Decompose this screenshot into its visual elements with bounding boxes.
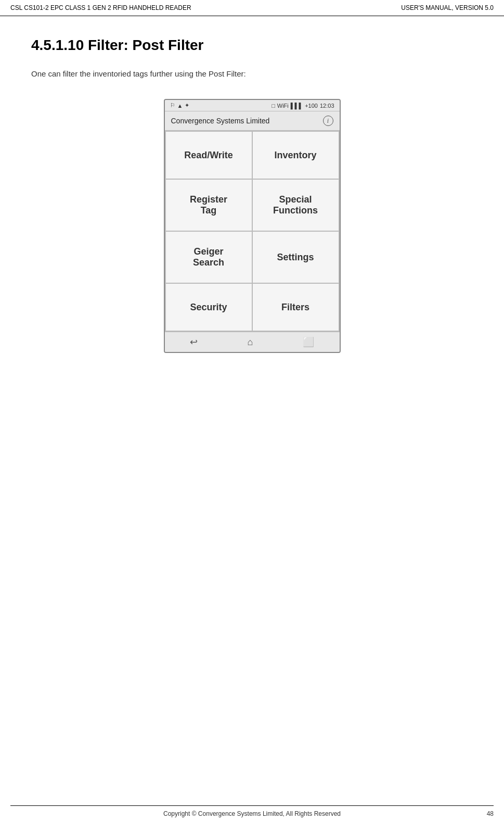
- section-description: One can filter the inventoried tags furt…: [31, 69, 473, 78]
- footer-page-number: 48: [487, 810, 494, 817]
- header-right: USER'S MANUAL, VERSION 5.0: [401, 4, 494, 11]
- status-right-icons: □ WiFi ▌▌▌ +100 12:03: [272, 103, 334, 109]
- home-icon[interactable]: ⌂: [248, 337, 253, 348]
- status-bar: ⚐ ▲ ✦ □ WiFi ▌▌▌ +100 12:03: [165, 100, 340, 111]
- status-left-icons: ⚐ ▲ ✦: [170, 102, 190, 109]
- header-left: CSL CS101-2 EPC CLASS 1 GEN 2 RFID HANDH…: [10, 4, 191, 11]
- wifi-icon: WiFi: [277, 103, 289, 109]
- page-content: 4.5.1.10 Filter: Post Filter One can fil…: [0, 16, 504, 395]
- phone-app-title: Convergence Systems Limited: [171, 117, 270, 125]
- phone-mockup: ⚐ ▲ ✦ □ WiFi ▌▌▌ +100 12:03 Convergence …: [164, 99, 341, 353]
- menu-grid: Read/Write Inventory Register Tag Specia…: [165, 131, 340, 332]
- info-button[interactable]: i: [323, 116, 333, 126]
- menu-item-special-functions[interactable]: Special Functions: [253, 180, 339, 231]
- menu-item-security[interactable]: Security: [166, 284, 252, 331]
- page-wrapper: CSL CS101-2 EPC CLASS 1 GEN 2 RFID HANDH…: [0, 0, 504, 833]
- warning-icon: ▲: [177, 103, 183, 109]
- menu-item-read-write[interactable]: Read/Write: [166, 132, 252, 179]
- phone-nav-bar: ↩ ⌂ ⬜: [165, 332, 340, 352]
- recent-apps-icon[interactable]: ⬜: [303, 336, 314, 348]
- phone-title-bar: Convergence Systems Limited i: [165, 111, 340, 131]
- time-display: 12:03: [320, 103, 334, 109]
- menu-item-register-tag[interactable]: Register Tag: [166, 180, 252, 231]
- signal-icon: ▌▌▌: [291, 103, 303, 109]
- page-footer: Copyright © Convergence Systems Limited,…: [10, 805, 494, 817]
- menu-item-inventory[interactable]: Inventory: [253, 132, 339, 179]
- footer-copyright: Copyright © Convergence Systems Limited,…: [163, 810, 341, 817]
- back-icon[interactable]: ↩: [190, 336, 198, 348]
- phone-container: ⚐ ▲ ✦ □ WiFi ▌▌▌ +100 12:03 Convergence …: [31, 99, 473, 353]
- menu-item-geiger-search[interactable]: Geiger Search: [166, 232, 252, 283]
- notification-icon: □: [272, 103, 275, 109]
- battery-icon: +100: [305, 103, 318, 109]
- menu-item-filters[interactable]: Filters: [253, 284, 339, 331]
- menu-item-settings[interactable]: Settings: [253, 232, 339, 283]
- section-title: 4.5.1.10 Filter: Post Filter: [31, 37, 473, 54]
- page-header: CSL CS101-2 EPC CLASS 1 GEN 2 RFID HANDH…: [0, 0, 504, 16]
- usb-icon: ⚐: [170, 102, 175, 109]
- bt-icon: ✦: [185, 102, 189, 109]
